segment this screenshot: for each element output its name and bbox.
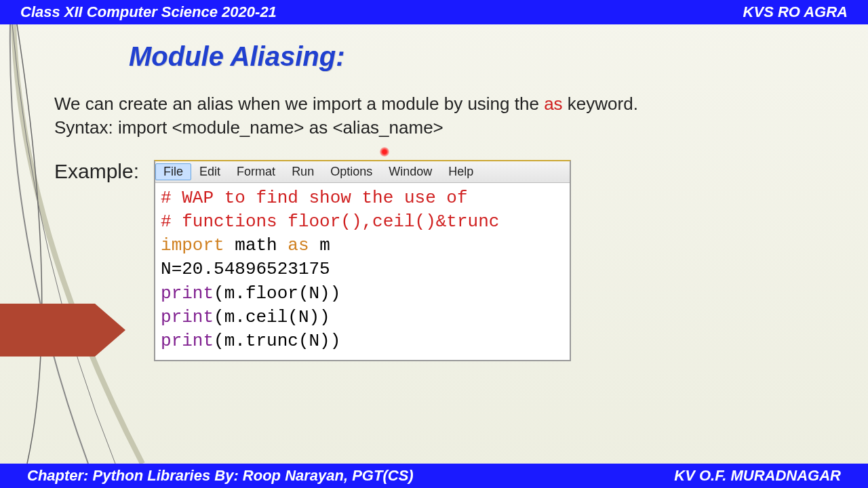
code-import-kw: import [161, 235, 224, 256]
idle-menu-bar: File Edit Format Run Options Window Help [155, 161, 570, 183]
code-as-kw: as [288, 235, 309, 256]
header-left: Class XII Computer Science 2020-21 [20, 3, 277, 21]
code-print-3: print [161, 331, 214, 351]
code-print-1: print [161, 283, 214, 304]
laser-pointer-icon [380, 147, 389, 157]
as-keyword: as [544, 94, 562, 114]
menu-edit[interactable]: Edit [191, 163, 229, 180]
code-comment-2: # functions floor(),ceil()&trunc [161, 211, 499, 232]
intro-post: keyword. [563, 94, 638, 114]
code-print-3-arg: (m.trunc(N)) [214, 331, 340, 351]
footer-right: KV O.F. MURADNAGAR [674, 467, 841, 485]
code-area: # WAP to find show the use of # function… [155, 183, 570, 360]
code-print-2: print [161, 307, 214, 327]
slide-title: Module Aliasing: [129, 41, 827, 72]
menu-run[interactable]: Run [283, 163, 322, 180]
code-alias: m [309, 235, 330, 256]
arrow-callout-shape [0, 304, 125, 357]
idle-editor-window: File Edit Format Run Options Window Help… [154, 160, 571, 361]
svg-marker-0 [0, 304, 125, 357]
code-comment-1: # WAP to find show the use of [161, 188, 467, 208]
intro-pre: We can create an alias when we import a … [54, 94, 544, 114]
header-right: KVS RO AGRA [743, 3, 848, 21]
code-module: math [224, 235, 288, 256]
code-assign: N=20.54896523175 [161, 259, 330, 279]
footer-left: Chapter: Python Libraries By: Roop Naray… [27, 467, 414, 485]
syntax-line: Syntax: import <module_name> as <alias_n… [54, 116, 827, 140]
code-print-2-arg: (m.ceil(N)) [214, 307, 330, 327]
menu-file[interactable]: File [155, 163, 191, 180]
header-bar: Class XII Computer Science 2020-21 KVS R… [0, 0, 868, 24]
slide-content: Module Aliasing: We can create an alias … [0, 24, 868, 464]
footer-bar: Chapter: Python Libraries By: Roop Naray… [0, 464, 868, 488]
example-label: Example: [54, 160, 139, 183]
intro-line-1: We can create an alias when we import a … [54, 92, 827, 116]
menu-options[interactable]: Options [322, 163, 380, 180]
example-row: Example: File Edit Format Run Options Wi… [54, 160, 827, 361]
menu-format[interactable]: Format [229, 163, 283, 180]
menu-help[interactable]: Help [440, 163, 481, 180]
menu-window[interactable]: Window [380, 163, 440, 180]
code-print-1-arg: (m.floor(N)) [214, 283, 340, 304]
